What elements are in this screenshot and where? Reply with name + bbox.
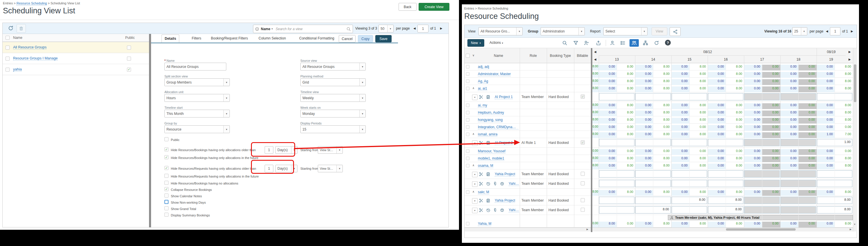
row-checkbox[interactable]	[466, 104, 469, 107]
tab-details[interactable]: Details	[161, 35, 179, 43]
option-checkbox[interactable]	[164, 213, 168, 217]
copy-button[interactable]: Copy	[358, 35, 373, 42]
threshold-input[interactable]: 1	[265, 146, 273, 154]
cancel-button[interactable]: Cancel	[339, 35, 355, 42]
booking-row[interactable]: ▾AI Project 1Team MemberHard Booked✓	[465, 92, 853, 102]
booking-row[interactable]: ▾Yahia ProjectTeam MemberHard Booked	[465, 179, 853, 188]
field-allocation-unit-select[interactable]: Hours▾	[164, 94, 230, 102]
collapse-row-icon[interactable]: ∧	[472, 164, 474, 167]
create-view-button[interactable]: Create View	[418, 3, 450, 11]
view-name-link[interactable]: yahia	[13, 67, 22, 72]
row-checkbox[interactable]	[466, 65, 469, 68]
attachment-icon[interactable]	[493, 208, 497, 212]
search-icon[interactable]	[562, 40, 567, 45]
resource-row[interactable]: Mansour, Youssef0.000.000.000.000.000.00…	[465, 148, 853, 155]
resource-name-link[interactable]: Mansour, Youssef	[478, 149, 505, 153]
option-checkbox[interactable]	[164, 137, 168, 141]
scroll-right-icon[interactable]: ▶	[850, 228, 851, 231]
public-checkbox[interactable]: ✓	[127, 68, 131, 72]
resource-row[interactable]: hongyang, song8.000.008.000.008.000.008.…	[465, 116, 853, 124]
day-header[interactable]: 17	[744, 56, 780, 63]
resource-name-link[interactable]: mobile1, mobile1	[478, 156, 504, 161]
billable-checkbox[interactable]	[581, 208, 585, 212]
notes-icon[interactable]	[486, 141, 490, 145]
booking-row[interactable]: ▾Yahia ProjectTeam MemberHard Booked8.00…	[465, 205, 853, 215]
report-select[interactable]: Select▾	[603, 27, 648, 35]
row-checkbox[interactable]	[466, 190, 469, 194]
list-item[interactable]: Resource Groups I Manage	[3, 53, 149, 64]
resource-row[interactable]: ∧ai, ai18.000.008.000.008.000.008.000.00…	[465, 85, 853, 92]
save-button[interactable]: Save	[375, 35, 392, 42]
vertical-scroll-thumb[interactable]	[854, 64, 857, 102]
threshold-input[interactable]: 1	[265, 165, 273, 172]
scissors-icon[interactable]	[479, 141, 484, 145]
collapse-all-icon[interactable]: ∨	[472, 54, 474, 57]
option-checkbox[interactable]	[164, 200, 168, 204]
resource-name-link[interactable]: Ag, Ag	[478, 79, 488, 83]
page-size-select[interactable]: 25▾	[792, 27, 807, 35]
collapse-row-icon[interactable]: ∧	[472, 132, 474, 136]
field-source-view-select[interactable]: All Resource Groups▾	[300, 63, 366, 70]
row-checkbox[interactable]	[5, 45, 9, 49]
export-icon[interactable]	[596, 40, 601, 45]
starting-from-select[interactable]: View Start Date▾	[318, 146, 343, 154]
back-button[interactable]: Back	[399, 3, 416, 11]
notes-icon[interactable]	[486, 95, 490, 99]
tab-filters[interactable]: Filters	[189, 35, 204, 42]
day-header[interactable]: 13	[599, 56, 635, 63]
new-button[interactable]: New▾	[467, 39, 484, 47]
field-week-starts-on-select[interactable]: Monday▾	[300, 110, 366, 117]
next-page-icon[interactable]: ▶	[851, 30, 853, 33]
resource-row[interactable]: Integration, CRMDynamics0.000.000.000.00…	[465, 124, 853, 131]
row-checkbox[interactable]	[5, 57, 9, 61]
option-checkbox[interactable]: ✓	[164, 155, 168, 159]
column-header-booking_type[interactable]: Booking Type	[547, 48, 574, 63]
resource-row[interactable]: ∧osama, M8.000.008.000.008.000.008.000.0…	[465, 162, 853, 169]
horizontal-scroll-thumb[interactable]	[726, 228, 796, 231]
booking-menu-button[interactable]: ▾	[472, 95, 477, 100]
scroll-down-icon[interactable]: ▾	[854, 223, 856, 226]
resource-row[interactable]: Yahia, M0.008.000.000.008.000.008.000.00…	[465, 220, 853, 227]
skills-icon[interactable]	[500, 208, 504, 212]
day-next-icon[interactable]: ▶	[848, 58, 851, 61]
resource-row[interactable]: Ag, Ag8.000.008.000.008.000.008.000.008.…	[465, 78, 853, 85]
person-icon[interactable]	[610, 40, 615, 45]
field-planning-method-select[interactable]: Grid▾	[300, 78, 366, 86]
resource-name-link[interactable]: ismail, amira	[478, 132, 497, 137]
org-chart-icon[interactable]	[643, 40, 648, 45]
resource-row[interactable]: ai, my8.000.008.000.008.000.008.000.008.…	[465, 102, 853, 109]
resource-row[interactable]: Hepburn, Audrey8.000.008.000.008.000.008…	[465, 109, 853, 116]
next-week-header[interactable]: 08/19	[816, 48, 846, 56]
scissors-icon[interactable]	[479, 172, 484, 176]
option-checkbox[interactable]	[164, 206, 168, 210]
resource-name-link[interactable]: Yahia, M	[478, 222, 491, 226]
option-checkbox[interactable]	[164, 174, 168, 178]
collapse-row-icon[interactable]: ∧	[472, 190, 474, 193]
row-checkbox[interactable]	[466, 156, 469, 160]
resource-name-link[interactable]: hongyang, song	[478, 118, 502, 122]
project-name-link[interactable]: AI Project 2	[495, 141, 513, 145]
row-checkbox[interactable]	[466, 222, 469, 225]
day-header[interactable]: 15	[671, 56, 708, 63]
booking-row[interactable]: ▾Yahia ProjectTeam MemberHard Booked	[465, 169, 853, 179]
resource-name-link[interactable]: Hepburn, Audrey	[478, 110, 504, 115]
field-name-input[interactable]: All Resource Groups	[164, 63, 226, 70]
pane-splitter[interactable]	[149, 34, 151, 227]
booking-menu-button[interactable]: ▾	[472, 208, 477, 213]
select-all-checkbox[interactable]	[466, 54, 470, 58]
option-checkbox[interactable]	[164, 194, 168, 198]
tab-column-selection[interactable]: Column Selection	[256, 35, 289, 42]
people-view-button-active[interactable]	[629, 39, 639, 47]
field-timeline-start-select[interactable]: This Month▾	[164, 110, 230, 117]
option-checkbox[interactable]: ✓	[164, 147, 168, 151]
resource-name-link[interactable]: Integration, CRMDynamics	[478, 125, 519, 129]
column-header-name[interactable]: Name	[477, 48, 520, 63]
assign-person-icon[interactable]	[584, 40, 589, 45]
tab-conditional-formatting[interactable]: Conditional Formatting	[296, 35, 337, 42]
day-header[interactable]: 14	[635, 56, 671, 63]
scissors-icon[interactable]	[479, 182, 484, 186]
group-select[interactable]: Administration▾	[540, 27, 585, 35]
resource-name-link[interactable]: osama, M	[478, 164, 493, 168]
timeline-next-icon[interactable]: ▶	[848, 50, 851, 54]
select-all-checkbox[interactable]	[5, 36, 9, 40]
